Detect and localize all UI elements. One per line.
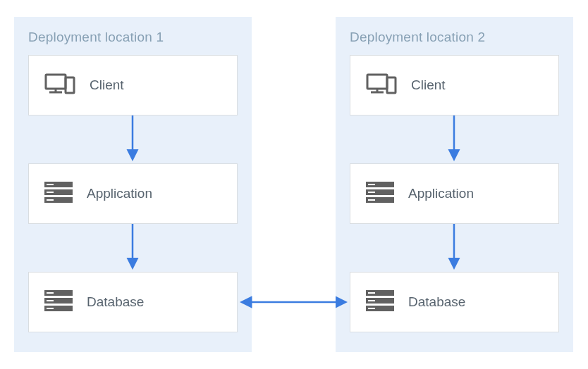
server-icon — [44, 290, 73, 314]
svg-rect-24 — [368, 192, 375, 193]
svg-rect-8 — [47, 192, 54, 193]
svg-rect-0 — [46, 75, 66, 89]
database-label: Database — [408, 294, 465, 310]
architecture-diagram: Deployment location 1 Client — [0, 0, 588, 369]
location-title: Deployment location 2 — [350, 30, 559, 45]
deployment-location-1: Deployment location 1 Client — [14, 17, 252, 352]
application-box: Application — [28, 163, 238, 224]
svg-rect-13 — [47, 292, 54, 294]
application-label: Application — [408, 186, 474, 201]
svg-rect-7 — [47, 184, 54, 185]
application-box: Application — [350, 163, 559, 224]
database-box: Database — [28, 272, 238, 332]
client-box: Client — [28, 55, 238, 115]
svg-rect-29 — [368, 292, 375, 294]
svg-rect-15 — [47, 308, 54, 309]
deployment-location-2: Deployment location 2 Client — [336, 17, 573, 352]
server-icon — [366, 290, 394, 314]
svg-rect-31 — [368, 308, 375, 309]
svg-rect-25 — [368, 199, 375, 201]
svg-rect-16 — [367, 75, 387, 89]
devices-icon — [366, 73, 397, 97]
svg-rect-14 — [47, 300, 54, 301]
client-label: Client — [411, 77, 446, 93]
database-box: Database — [350, 272, 559, 332]
database-label: Database — [87, 294, 144, 310]
svg-rect-9 — [47, 199, 54, 201]
client-label: Client — [90, 77, 124, 93]
svg-rect-30 — [368, 300, 375, 301]
devices-icon — [44, 73, 75, 97]
server-icon — [44, 182, 73, 206]
client-box: Client — [350, 55, 559, 115]
svg-rect-23 — [368, 184, 375, 185]
location-title: Deployment location 1 — [28, 30, 238, 45]
svg-rect-19 — [387, 77, 396, 93]
application-label: Application — [87, 186, 152, 201]
svg-rect-3 — [66, 77, 74, 93]
server-icon — [366, 182, 394, 206]
